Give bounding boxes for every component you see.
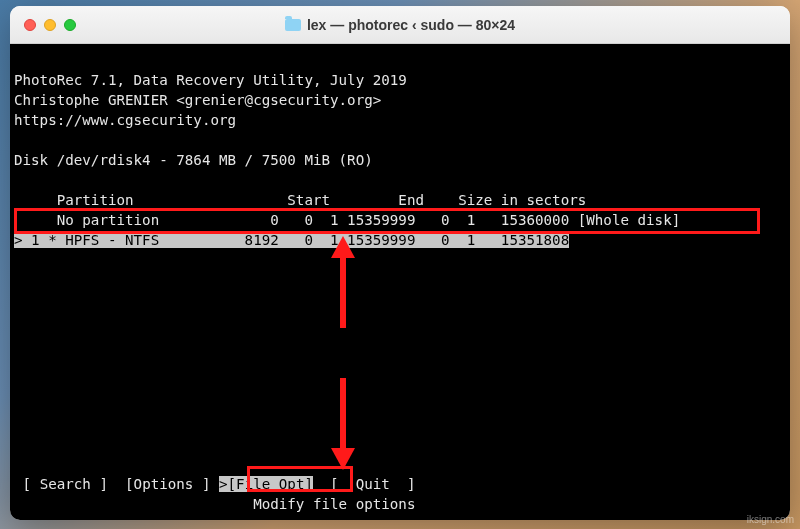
menu-quit[interactable]: [ Quit ] (330, 476, 415, 492)
app-banner-2: Christophe GRENIER <grenier@cgsecurity.o… (14, 92, 381, 108)
menu-caption: Modify file options (14, 494, 415, 514)
app-banner-1: PhotoRec 7.1, Data Recovery Utility, Jul… (14, 72, 407, 88)
terminal-window: lex — photorec ‹ sudo — 80×24 PhotoRec 7… (10, 6, 790, 520)
window-controls (24, 19, 76, 31)
folder-icon (285, 19, 301, 31)
watermark-text: iksign.com (747, 514, 794, 525)
partition-row-selected[interactable]: > 1 * HPFS - NTFS 8192 0 1 15359999 0 1 … (14, 232, 569, 248)
zoom-icon[interactable] (64, 19, 76, 31)
menu-options[interactable]: [Options ] (125, 476, 210, 492)
close-icon[interactable] (24, 19, 36, 31)
menu-bar: [ Search ] [Options ] >[File Opt] [ Quit… (14, 474, 416, 494)
window-title: lex — photorec ‹ sudo — 80×24 (10, 17, 790, 33)
disk-line: Disk /dev/rdisk4 - 7864 MB / 7500 MiB (R… (14, 152, 373, 168)
window-title-text: lex — photorec ‹ sudo — 80×24 (307, 17, 515, 33)
partition-header: Partition Start End Size in sectors (14, 192, 586, 208)
terminal-content[interactable]: PhotoRec 7.1, Data Recovery Utility, Jul… (10, 44, 790, 520)
menu-file-opt-selected[interactable]: >[File Opt] (219, 476, 313, 492)
app-banner-3: https://www.cgsecurity.org (14, 112, 236, 128)
partition-row-no-partition[interactable]: No partition 0 0 1 15359999 0 1 15360000… (14, 212, 680, 228)
minimize-icon[interactable] (44, 19, 56, 31)
titlebar[interactable]: lex — photorec ‹ sudo — 80×24 (10, 6, 790, 44)
menu-search[interactable]: [ Search ] (23, 476, 108, 492)
